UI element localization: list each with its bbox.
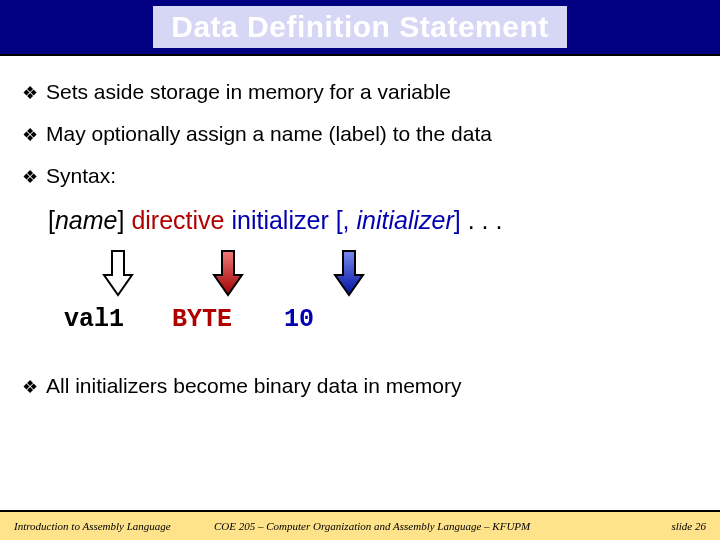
bullet-diamond-icon: ❖ [22, 374, 38, 400]
bullet-text: Sets aside storage in memory for a varia… [46, 80, 451, 104]
footer: Introduction to Assembly Language COE 20… [0, 510, 720, 540]
bullet-item: ❖ May optionally assign a name (label) t… [22, 122, 698, 148]
syntax-initializer: initializer [231, 206, 328, 234]
syntax-line: [name] directive initializer [, initiali… [48, 206, 698, 235]
footer-left: Introduction to Assembly Language [14, 520, 204, 532]
syntax-sep: [, [329, 206, 357, 234]
example-name: val1 [64, 305, 172, 334]
slide-title: Data Definition Statement [153, 6, 567, 48]
syntax-bracket: [ [48, 206, 55, 234]
title-bar: Data Definition Statement [0, 0, 720, 56]
slide-body: ❖ Sets aside storage in memory for a var… [0, 56, 720, 400]
arrows-row [64, 249, 698, 297]
footer-center: COE 205 – Computer Organization and Asse… [204, 520, 671, 532]
syntax-initializer: initializer [357, 206, 454, 234]
footer-right: slide 26 [671, 520, 706, 532]
bullet-diamond-icon: ❖ [22, 80, 38, 106]
syntax-directive: directive [131, 206, 224, 234]
bullet-item: ❖ Sets aside storage in memory for a var… [22, 80, 698, 106]
bullet-diamond-icon: ❖ [22, 122, 38, 148]
bullet-text: May optionally assign a name (label) to … [46, 122, 492, 146]
bullet-text: All initializers become binary data in m… [46, 374, 462, 398]
bullet-item: ❖ Syntax: [22, 164, 698, 190]
arrow-down-icon [172, 249, 284, 297]
syntax-bracket: ] [118, 206, 125, 234]
bullet-text: Syntax: [46, 164, 116, 188]
example-row: val1 BYTE 10 [64, 305, 698, 334]
bullet-diamond-icon: ❖ [22, 164, 38, 190]
bullet-item: ❖ All initializers become binary data in… [22, 374, 698, 400]
example-directive: BYTE [172, 305, 284, 334]
syntax-dots: . . . [461, 206, 503, 234]
syntax-name: name [55, 206, 118, 234]
arrow-down-icon [284, 249, 414, 297]
syntax-sep: ] [454, 206, 461, 234]
example-initializer: 10 [284, 305, 414, 334]
arrow-down-icon [64, 249, 172, 297]
